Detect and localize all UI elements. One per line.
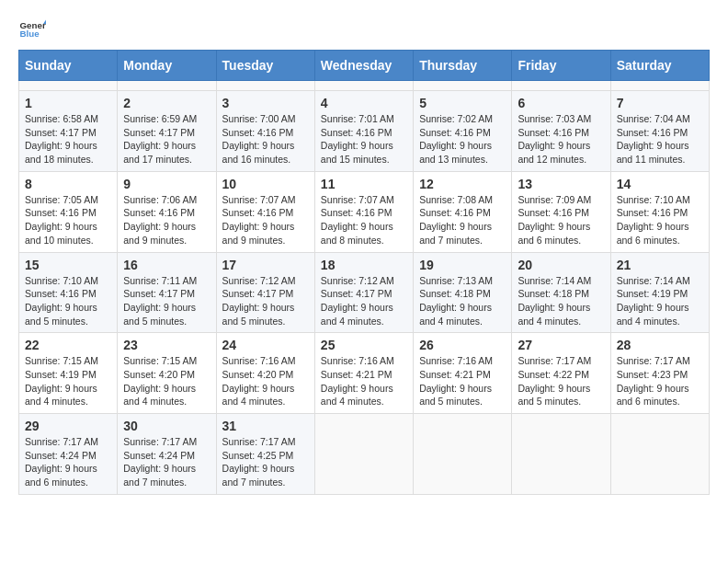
calendar-cell: 15Sunrise: 7:10 AMSunset: 4:16 PMDayligh… — [19, 252, 118, 333]
day-number: 21 — [617, 258, 703, 272]
calendar-cell: 27Sunrise: 7:17 AMSunset: 4:22 PMDayligh… — [512, 333, 610, 414]
logo: General Blue — [18, 18, 46, 40]
calendar-cell: 13Sunrise: 7:09 AMSunset: 4:16 PMDayligh… — [512, 171, 610, 252]
calendar-cell — [314, 81, 413, 91]
day-number: 12 — [419, 177, 506, 191]
day-info: Sunrise: 7:17 AMSunset: 4:24 PMDaylight:… — [123, 435, 210, 489]
day-number: 1 — [25, 96, 111, 110]
calendar-cell: 11Sunrise: 7:07 AMSunset: 4:16 PMDayligh… — [314, 171, 413, 252]
calendar-cell: 23Sunrise: 7:15 AMSunset: 4:20 PMDayligh… — [118, 333, 216, 414]
calendar-cell — [414, 414, 512, 495]
calendar-cell: 9Sunrise: 7:06 AMSunset: 4:16 PMDaylight… — [118, 171, 216, 252]
day-info: Sunrise: 7:17 AMSunset: 4:23 PMDaylight:… — [617, 354, 703, 408]
calendar-cell: 22Sunrise: 7:15 AMSunset: 4:19 PMDayligh… — [19, 333, 118, 414]
day-info: Sunrise: 6:58 AMSunset: 4:17 PMDaylight:… — [25, 112, 111, 167]
day-info: Sunrise: 7:00 AMSunset: 4:16 PMDaylight:… — [222, 112, 309, 167]
day-header-monday: Monday — [118, 51, 216, 81]
day-number: 30 — [123, 419, 210, 433]
day-headers-row: SundayMondayTuesdayWednesdayThursdayFrid… — [19, 51, 710, 81]
calendar-cell: 30Sunrise: 7:17 AMSunset: 4:24 PMDayligh… — [118, 414, 216, 495]
day-number: 16 — [123, 258, 210, 272]
calendar-cell — [512, 81, 610, 91]
calendar-cell: 28Sunrise: 7:17 AMSunset: 4:23 PMDayligh… — [610, 333, 709, 414]
day-header-thursday: Thursday — [414, 51, 512, 81]
calendar-cell: 5Sunrise: 7:02 AMSunset: 4:16 PMDaylight… — [414, 91, 512, 172]
calendar-cell: 8Sunrise: 7:05 AMSunset: 4:16 PMDaylight… — [19, 171, 118, 252]
calendar-week-row: 29Sunrise: 7:17 AMSunset: 4:24 PMDayligh… — [19, 414, 710, 495]
logo-icon: General Blue — [18, 18, 46, 40]
calendar-week-row: 22Sunrise: 7:15 AMSunset: 4:19 PMDayligh… — [19, 333, 710, 414]
day-info: Sunrise: 7:16 AMSunset: 4:21 PMDaylight:… — [419, 354, 506, 408]
day-number: 23 — [123, 338, 210, 352]
day-number: 28 — [617, 338, 703, 352]
day-number: 26 — [419, 338, 506, 352]
day-number: 6 — [518, 96, 604, 110]
day-info: Sunrise: 7:12 AMSunset: 4:17 PMDaylight:… — [222, 274, 309, 328]
day-info: Sunrise: 6:59 AMSunset: 4:17 PMDaylight:… — [123, 112, 210, 167]
day-info: Sunrise: 7:16 AMSunset: 4:21 PMDaylight:… — [321, 354, 407, 408]
day-info: Sunrise: 7:06 AMSunset: 4:16 PMDaylight:… — [123, 193, 210, 247]
calendar-week-row — [19, 81, 710, 91]
day-header-tuesday: Tuesday — [216, 51, 314, 81]
calendar-cell: 14Sunrise: 7:10 AMSunset: 4:16 PMDayligh… — [610, 171, 709, 252]
calendar-cell: 26Sunrise: 7:16 AMSunset: 4:21 PMDayligh… — [414, 333, 512, 414]
calendar-cell: 6Sunrise: 7:03 AMSunset: 4:16 PMDaylight… — [512, 91, 610, 172]
calendar-cell — [512, 414, 610, 495]
day-number: 25 — [321, 338, 407, 352]
calendar-cell — [118, 81, 216, 91]
day-info: Sunrise: 7:14 AMSunset: 4:18 PMDaylight:… — [518, 274, 604, 328]
day-number: 24 — [222, 338, 309, 352]
day-info: Sunrise: 7:15 AMSunset: 4:20 PMDaylight:… — [123, 354, 210, 408]
calendar-cell: 7Sunrise: 7:04 AMSunset: 4:16 PMDaylight… — [610, 91, 709, 172]
day-number: 5 — [419, 96, 506, 110]
day-info: Sunrise: 7:04 AMSunset: 4:16 PMDaylight:… — [617, 112, 703, 167]
day-number: 18 — [321, 258, 407, 272]
day-number: 13 — [518, 177, 604, 191]
calendar-cell — [610, 81, 709, 91]
calendar-cell: 10Sunrise: 7:07 AMSunset: 4:16 PMDayligh… — [216, 171, 314, 252]
day-number: 7 — [617, 96, 703, 110]
day-number: 9 — [123, 177, 210, 191]
day-info: Sunrise: 7:01 AMSunset: 4:16 PMDaylight:… — [321, 112, 407, 167]
svg-text:Blue: Blue — [20, 29, 40, 39]
calendar-week-row: 8Sunrise: 7:05 AMSunset: 4:16 PMDaylight… — [19, 171, 710, 252]
calendar-table: SundayMondayTuesdayWednesdayThursdayFrid… — [18, 50, 710, 495]
day-info: Sunrise: 7:17 AMSunset: 4:24 PMDaylight:… — [25, 435, 111, 489]
day-number: 22 — [25, 338, 111, 352]
day-number: 11 — [321, 177, 407, 191]
calendar-cell: 29Sunrise: 7:17 AMSunset: 4:24 PMDayligh… — [19, 414, 118, 495]
day-info: Sunrise: 7:07 AMSunset: 4:16 PMDaylight:… — [321, 193, 407, 247]
day-header-saturday: Saturday — [610, 51, 709, 81]
day-number: 3 — [222, 96, 309, 110]
calendar-cell — [19, 81, 118, 91]
day-number: 27 — [518, 338, 604, 352]
calendar-week-row: 15Sunrise: 7:10 AMSunset: 4:16 PMDayligh… — [19, 252, 710, 333]
day-info: Sunrise: 7:13 AMSunset: 4:18 PMDaylight:… — [419, 274, 506, 328]
day-number: 8 — [25, 177, 111, 191]
calendar-cell: 25Sunrise: 7:16 AMSunset: 4:21 PMDayligh… — [314, 333, 413, 414]
calendar-cell: 19Sunrise: 7:13 AMSunset: 4:18 PMDayligh… — [414, 252, 512, 333]
day-header-friday: Friday — [512, 51, 610, 81]
calendar-cell: 17Sunrise: 7:12 AMSunset: 4:17 PMDayligh… — [216, 252, 314, 333]
day-number: 4 — [321, 96, 407, 110]
day-number: 14 — [617, 177, 703, 191]
day-number: 15 — [25, 258, 111, 272]
calendar-cell: 21Sunrise: 7:14 AMSunset: 4:19 PMDayligh… — [610, 252, 709, 333]
calendar-cell: 20Sunrise: 7:14 AMSunset: 4:18 PMDayligh… — [512, 252, 610, 333]
day-number: 19 — [419, 258, 506, 272]
day-number: 29 — [25, 419, 111, 433]
day-info: Sunrise: 7:07 AMSunset: 4:16 PMDaylight:… — [222, 193, 309, 247]
day-header-sunday: Sunday — [19, 51, 118, 81]
day-number: 10 — [222, 177, 309, 191]
calendar-cell: 16Sunrise: 7:11 AMSunset: 4:17 PMDayligh… — [118, 252, 216, 333]
day-info: Sunrise: 7:16 AMSunset: 4:20 PMDaylight:… — [222, 354, 309, 408]
day-number: 31 — [222, 419, 309, 433]
day-number: 17 — [222, 258, 309, 272]
day-info: Sunrise: 7:03 AMSunset: 4:16 PMDaylight:… — [518, 112, 604, 167]
calendar-cell: 1Sunrise: 6:58 AMSunset: 4:17 PMDaylight… — [19, 91, 118, 172]
calendar-cell: 12Sunrise: 7:08 AMSunset: 4:16 PMDayligh… — [414, 171, 512, 252]
day-info: Sunrise: 7:08 AMSunset: 4:16 PMDaylight:… — [419, 193, 506, 247]
day-info: Sunrise: 7:15 AMSunset: 4:19 PMDaylight:… — [25, 354, 111, 408]
day-number: 20 — [518, 258, 604, 272]
page-header: General Blue — [18, 18, 710, 40]
